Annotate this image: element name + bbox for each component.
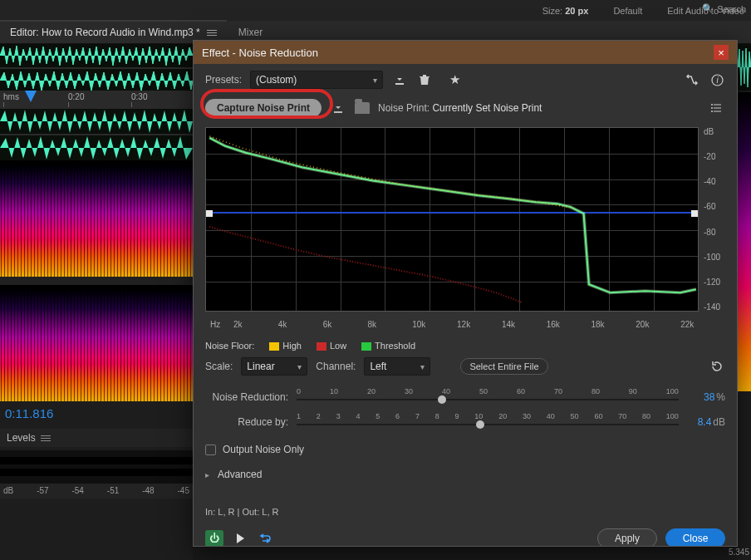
ruler-tick: hms (3, 92, 19, 101)
io-line: In: L, R | Out: L, R (205, 502, 725, 522)
advanced-disclosure[interactable]: ▸ Advanced (205, 462, 725, 489)
playhead-icon[interactable] (25, 91, 37, 102)
spectrogram-bottom[interactable] (0, 285, 193, 401)
timecode-display[interactable]: 0:11.816 (0, 401, 193, 429)
dialog-titlebar[interactable]: Effect - Noise Reduction × (194, 41, 737, 64)
checkbox-icon[interactable] (205, 445, 216, 455)
svg-text:i: i (716, 76, 719, 85)
close-button[interactable]: Close (665, 528, 725, 546)
default-label: Default (613, 6, 642, 16)
spectrogram-top[interactable] (0, 160, 193, 277)
svg-point-4 (711, 104, 713, 106)
select-entire-file-button[interactable]: Select Entire File (460, 358, 547, 375)
threshold-swatch-icon (361, 342, 371, 351)
svg-point-5 (711, 107, 713, 109)
list-menu-icon[interactable] (709, 100, 725, 116)
search-field[interactable]: 🔍 Search (702, 3, 746, 14)
reduce-by-slider-row: Reduce by: 1234567891020304050607080100 … (205, 412, 725, 432)
legend: Noise Floor: High Low Threshold (205, 337, 725, 351)
star-icon[interactable]: ★ (446, 71, 463, 88)
x-axis: Hz 2k4k6k8k10k12k14k16k18k20k22k (205, 318, 725, 331)
rb-label: Reduce by: (205, 416, 288, 428)
chevron-right-icon: ▸ (205, 470, 209, 479)
reset-icon[interactable] (709, 358, 725, 375)
search-icon: 🔍 (702, 3, 714, 14)
svg-marker-1 (0, 136, 193, 160)
noise-reduction-slider[interactable]: 0102030405060708090100 (297, 387, 679, 407)
folder-icon[interactable] (355, 101, 370, 115)
presets-row: Presets: (Custom) ★ i (205, 71, 725, 89)
channel-label: Channel: (316, 361, 356, 372)
timeline-ruler[interactable]: hms 0:20 0:30 (0, 91, 193, 109)
capture-noise-print-button[interactable]: Capture Noise Print (205, 99, 322, 117)
nr-label: Noise Reduction: (205, 391, 288, 403)
capture-row: Capture Noise Print Noise Print: Current… (205, 96, 725, 120)
svg-marker-0 (0, 110, 193, 133)
dialog-title: Effect - Noise Reduction (202, 47, 318, 59)
slider-thumb-icon[interactable] (476, 420, 484, 429)
info-icon[interactable]: i (709, 71, 725, 88)
y-axis: dB -20 -40 -60 -80 -100 -120 -140 (699, 127, 725, 312)
noise-print-label: Noise Print: Currently Set Noise Print (378, 102, 542, 114)
channel-combo[interactable]: Left (364, 357, 430, 376)
scale-channel-row: Scale: Linear Channel: Left Select Entir… (205, 357, 725, 376)
route-icon[interactable] (684, 71, 700, 88)
panel-menu-icon[interactable] (41, 435, 51, 441)
dialog-footer: ⏻ Apply Close (205, 528, 725, 546)
app-menubar-strip: Size: 20 px Default Edit Audio to Video (0, 0, 751, 21)
close-icon[interactable]: × (714, 45, 729, 60)
slider-thumb-icon[interactable] (438, 395, 446, 404)
svg-point-6 (711, 111, 713, 112)
overview-right-sliver: 5.345 (738, 44, 751, 560)
spectrum-graph[interactable]: dB -20 -40 -60 -80 -100 -120 -140 (205, 127, 725, 312)
output-noise-label: Output Noise Only (223, 444, 304, 455)
rb-value[interactable]: 8.4dB (687, 416, 725, 428)
size-label: Size: 20 px (542, 6, 589, 16)
levels-panel-header: Levels (0, 429, 193, 447)
legend-title: Noise Floor: (205, 341, 254, 351)
high-swatch-icon (269, 342, 279, 351)
ruler-tick: 0:30 (131, 92, 147, 101)
noise-reduction-slider-row: Noise Reduction: 0102030405060708090100 … (205, 387, 725, 407)
level-meter (0, 450, 193, 484)
output-noise-only-checkbox[interactable]: Output Noise Only (205, 439, 725, 455)
scale-combo[interactable]: Linear (241, 357, 307, 376)
panel-menu-icon[interactable] (207, 30, 217, 36)
play-icon[interactable] (232, 530, 248, 546)
editor-panel: hms 0:20 0:30 0:11.816 Levels dB-57-54-5… (0, 44, 193, 560)
power-toggle-icon[interactable]: ⏻ (205, 530, 223, 546)
loop-icon[interactable] (257, 530, 273, 546)
save-preset-icon[interactable] (391, 71, 408, 88)
save-noiseprint-icon[interactable] (330, 100, 346, 116)
status-number: 5.345 (729, 548, 749, 557)
presets-label: Presets: (205, 74, 242, 86)
noise-reduction-dialog: Effect - Noise Reduction × Presets: (Cus… (193, 40, 738, 547)
low-swatch-icon (317, 342, 326, 351)
levels-title: Levels (7, 432, 36, 444)
scale-label: Scale: (205, 361, 233, 372)
db-ruler: dB-57-54-51-48-45 (0, 484, 193, 499)
reduce-by-slider[interactable]: 1234567891020304050607080100 (297, 412, 679, 432)
apply-button[interactable]: Apply (597, 528, 657, 546)
presets-combo[interactable]: (Custom) (250, 71, 383, 89)
ruler-tick: 0:20 (68, 92, 84, 101)
nr-value[interactable]: 38% (687, 391, 725, 403)
trash-icon[interactable] (416, 71, 433, 88)
